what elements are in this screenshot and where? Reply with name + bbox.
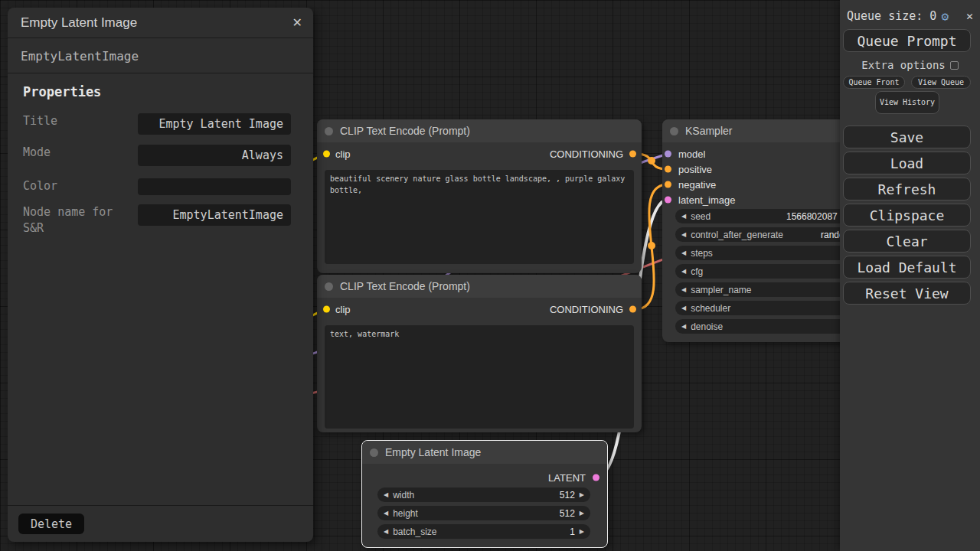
mode-field[interactable]: Always	[138, 145, 291, 166]
arrow-left-icon[interactable]: ◀	[384, 510, 388, 517]
arrow-left-icon[interactable]: ◀	[681, 305, 686, 311]
widget-label: batch_size	[393, 527, 436, 537]
graph-canvas[interactable]: CLIP Text Encode (Prompt) clip CONDITION…	[0, 0, 980, 551]
arrow-left-icon[interactable]: ◀	[384, 492, 388, 498]
widget-height[interactable]: ◀ height 512 ▶	[377, 506, 590, 520]
node-name-field[interactable]: EmptyLatentImage	[138, 204, 291, 226]
field-value: Empty Latent Image	[158, 117, 283, 131]
output-slot-label: CONDITIONING	[550, 304, 623, 315]
clip-input-slot[interactable]	[323, 306, 330, 313]
widget-label: width	[393, 490, 414, 500]
input-slot-label: clip	[335, 148, 351, 160]
arrow-right-icon[interactable]: ▶	[580, 529, 584, 535]
arrow-left-icon[interactable]: ◀	[681, 232, 686, 238]
widget-label: cfg	[691, 266, 703, 277]
input-slot-label: positive	[678, 164, 712, 175]
widget-denoise[interactable]: ◀ denoise	[675, 319, 859, 334]
widget-value: 1566802087	[786, 211, 838, 222]
widget-label: height	[393, 508, 418, 519]
input-slot-label: negative	[678, 179, 716, 191]
widget-label: control_after_generate	[691, 230, 783, 240]
close-icon[interactable]: ✕	[292, 15, 302, 30]
node-title-bar[interactable]: CLIP Text Encode (Prompt)	[317, 275, 642, 298]
arrow-left-icon[interactable]: ◀	[681, 324, 686, 330]
widget-seed[interactable]: ◀ seed 1566802087	[675, 209, 859, 223]
widget-label: scheduler	[691, 303, 730, 314]
widget-value: 512	[560, 490, 575, 500]
arrow-left-icon[interactable]: ◀	[681, 250, 686, 256]
node-title: CLIP Text Encode (Prompt)	[340, 125, 470, 137]
field-label-mode: Mode	[23, 145, 126, 161]
arrow-right-icon[interactable]: ▶	[580, 492, 584, 498]
widget-scheduler[interactable]: ◀ scheduler	[675, 301, 859, 315]
widget-batch-size[interactable]: ◀ batch_size 1 ▶	[377, 524, 590, 539]
field-label-color: Color	[23, 178, 126, 194]
model-input-slot[interactable]	[665, 151, 671, 158]
clip-input-slot[interactable]	[323, 151, 330, 158]
divider	[8, 505, 313, 506]
widget-width[interactable]: ◀ width 512 ▶	[377, 487, 590, 502]
output-slot-label: CONDITIONING	[550, 148, 623, 160]
input-slot-label: latent_image	[678, 194, 735, 206]
arrow-left-icon[interactable]: ◀	[681, 287, 686, 293]
link-midpoint-dot[interactable]	[648, 157, 655, 165]
positive-prompt-textarea[interactable]: beautiful scenery nature glass bottle la…	[325, 170, 634, 264]
panel-title: Empty Latent Image	[21, 15, 137, 31]
conditioning-output-slot[interactable]	[629, 306, 636, 313]
latent-output-slot[interactable]	[593, 474, 599, 481]
collapse-dot-icon[interactable]	[670, 127, 678, 135]
field-value: Always	[242, 148, 283, 162]
node-title-bar[interactable]: Empty Latent Image	[362, 441, 607, 464]
queue-prompt-button[interactable]: Queue Prompt	[843, 29, 971, 52]
reset-view-button[interactable]: Reset View	[843, 282, 971, 305]
node-title: Empty Latent Image	[385, 446, 481, 458]
properties-section-title: Properties	[23, 84, 101, 99]
color-field[interactable]	[138, 178, 291, 195]
collapse-dot-icon[interactable]	[325, 282, 333, 291]
widget-label: seed	[691, 211, 710, 222]
node-clip-text-encode-positive[interactable]: CLIP Text Encode (Prompt) clip CONDITION…	[317, 119, 642, 273]
negative-prompt-textarea[interactable]: text, watermark	[325, 325, 634, 429]
close-icon[interactable]: ✕	[966, 9, 973, 23]
node-clip-text-encode-negative[interactable]: CLIP Text Encode (Prompt) clip CONDITION…	[317, 275, 642, 432]
extra-options-checkbox[interactable]	[950, 61, 959, 70]
field-label-node-name: Node name for S&R	[23, 204, 126, 236]
widget-steps[interactable]: ◀ steps	[675, 246, 859, 260]
widget-control-after-generate[interactable]: ◀ control_after_generate randomize	[675, 227, 859, 242]
save-button[interactable]: Save	[843, 126, 971, 148]
negative-input-slot[interactable]	[665, 181, 671, 188]
arrow-left-icon[interactable]: ◀	[681, 214, 686, 220]
input-slot-label: model	[678, 148, 705, 160]
collapse-dot-icon[interactable]	[325, 127, 333, 135]
title-field[interactable]: Empty Latent Image	[138, 113, 291, 135]
load-default-button[interactable]: Load Default	[843, 256, 971, 279]
arrow-right-icon[interactable]: ▶	[580, 510, 584, 517]
arrow-left-icon[interactable]: ◀	[681, 269, 686, 275]
node-title: KSampler	[685, 125, 732, 137]
load-button[interactable]: Load	[843, 152, 971, 174]
widget-sampler-name[interactable]: ◀ sampler_name	[675, 282, 859, 297]
node-empty-latent-image[interactable]: Empty Latent Image LATENT ◀ width 512 ▶ …	[361, 440, 608, 548]
queue-size-label: Queue size: 0	[847, 9, 936, 23]
widget-label: sampler_name	[691, 285, 751, 295]
field-value: EmptyLatentImage	[173, 208, 284, 222]
node-properties-panel: Empty Latent Image ✕ EmptyLatentImage Pr…	[8, 8, 313, 542]
refresh-button[interactable]: Refresh	[843, 178, 971, 201]
widget-cfg[interactable]: ◀ cfg	[675, 264, 859, 279]
field-label-title: Title	[23, 113, 126, 129]
clear-button[interactable]: Clear	[843, 230, 971, 253]
positive-input-slot[interactable]	[665, 166, 671, 173]
collapse-dot-icon[interactable]	[370, 448, 378, 457]
view-queue-button[interactable]: View Queue	[911, 76, 971, 89]
delete-node-button[interactable]: Delete	[18, 514, 84, 534]
view-history-button[interactable]: View History	[875, 91, 939, 114]
latent-image-input-slot[interactable]	[665, 197, 671, 204]
output-slot-label: LATENT	[548, 472, 586, 484]
link-midpoint-dot[interactable]	[648, 242, 655, 249]
queue-front-button[interactable]: Queue Front	[843, 76, 905, 89]
arrow-left-icon[interactable]: ◀	[384, 529, 388, 535]
conditioning-output-slot[interactable]	[629, 151, 636, 158]
node-title-bar[interactable]: CLIP Text Encode (Prompt)	[317, 119, 642, 142]
clipspace-button[interactable]: Clipspace	[843, 204, 971, 227]
gear-icon[interactable]: ⚙	[941, 9, 949, 24]
